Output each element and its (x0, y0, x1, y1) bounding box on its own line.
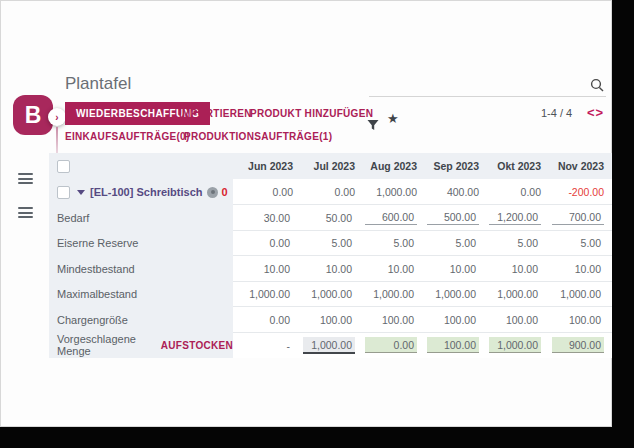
cell-value: 5.00 (301, 231, 363, 257)
column-header-nov[interactable]: Nov 2023 (549, 153, 612, 179)
product-link[interactable]: [EL-100] Schreibtisch (90, 186, 202, 198)
row-checkbox[interactable] (57, 186, 70, 199)
cell-value: 50.00 (301, 205, 363, 231)
group-value: 0.00 (487, 179, 549, 205)
favorites-star-icon[interactable]: ★ (387, 111, 399, 126)
suggested-qty-input[interactable]: 900.00 (549, 333, 612, 359)
demand-input[interactable]: 700.00 (549, 205, 612, 231)
search-bar (369, 75, 606, 97)
row-label: Maximalbestand (57, 288, 137, 300)
select-all-checkbox[interactable] (57, 160, 70, 173)
row-label: Mindestbestand (57, 263, 135, 275)
cell-value: 5.00 (425, 231, 487, 257)
cell-value: 1,000.00 (233, 282, 301, 308)
cell-value: 0.00 (233, 231, 301, 257)
cell-value: 5.00 (363, 231, 425, 257)
cell-value: 5.00 (549, 231, 612, 257)
column-header-sep[interactable]: Sep 2023 (425, 153, 487, 179)
cell-value: 100.00 (301, 307, 363, 333)
add-product-button[interactable]: PRODUKT HINZUFÜGEN (250, 108, 373, 119)
cell-value: 100.00 (425, 307, 487, 333)
cell-value: 5.00 (487, 231, 549, 257)
group-row-label-cell: [EL-100] Schreibtisch 0 (49, 179, 233, 205)
group-value: 0.00 (301, 179, 363, 205)
group-value-negative: -200.00 (549, 179, 612, 205)
cell-value: - (233, 333, 301, 359)
cell-value: 10.00 (233, 256, 301, 282)
row-label: Eiserne Reserve (57, 237, 138, 249)
cell-value: 100.00 (487, 307, 549, 333)
drag-handle-icon[interactable] (18, 173, 33, 184)
cell-value: 10.00 (425, 256, 487, 282)
cell-value: 100.00 (549, 307, 612, 333)
select-all-cell (49, 153, 233, 179)
drag-handle-icon[interactable] (18, 207, 33, 218)
demand-input[interactable]: 600.00 (363, 205, 425, 231)
filter-funnel-icon[interactable] (367, 117, 379, 135)
app-window: B › Plantafel WIEDERBESCHAFFUNG IMPORTIE… (0, 0, 612, 427)
pager-arrows: <> (587, 105, 604, 120)
group-value: 400.00 (425, 179, 487, 205)
cell-value: 1,000.00 (363, 282, 425, 308)
cell-value: 10.00 (487, 256, 549, 282)
suggested-qty-input[interactable]: 0.00 (363, 333, 425, 359)
cell-value: 10.00 (363, 256, 425, 282)
cell-value: 100.00 (363, 307, 425, 333)
column-header-jul[interactable]: Jul 2023 (301, 153, 363, 179)
page-title: Plantafel (65, 74, 131, 94)
suggested-qty-input[interactable]: 100.00 (425, 333, 487, 359)
row-label: Bedarf (57, 212, 89, 224)
expand-chevron-button[interactable]: › (48, 108, 66, 126)
column-header-okt[interactable]: Okt 2023 (487, 153, 549, 179)
suggested-qty-input[interactable]: 1,000.00 (487, 333, 549, 359)
suggested-qty-input[interactable]: 1,000.00 (301, 333, 363, 359)
cell-value: 1,000.00 (549, 282, 612, 308)
cell-value: 30.00 (233, 205, 301, 231)
row-label: Vorgeschlagene Menge (57, 333, 152, 357)
alert-count-badge: 0 (221, 186, 227, 198)
search-icon[interactable] (590, 78, 604, 96)
import-button[interactable]: IMPORTIEREN (179, 108, 252, 119)
pager-range: 1-4 / 4 (541, 107, 572, 119)
demand-input[interactable]: 500.00 (425, 205, 487, 231)
cell-value: 1,000.00 (487, 282, 549, 308)
mps-table: Jun 2023 Jul 2023 Aug 2023 Sep 2023 Okt … (49, 153, 612, 358)
column-header-jun[interactable]: Jun 2023 (233, 153, 301, 179)
demand-input[interactable]: 1,200.00 (487, 205, 549, 231)
gear-icon[interactable] (207, 187, 218, 198)
pager-prev-button[interactable]: < (587, 105, 596, 120)
group-value: 0.00 (233, 179, 301, 205)
cell-value: 10.00 (549, 256, 612, 282)
purchase-orders-button[interactable]: EINKAUFSAUFTRÄGE(0) (65, 131, 190, 142)
row-label: Chargengröße (57, 314, 128, 326)
cell-value: 0.00 (233, 307, 301, 333)
manufacturing-orders-button[interactable]: PRODUKTIONSAUFTRÄGE(1) (184, 131, 332, 142)
cell-value: 1,000.00 (425, 282, 487, 308)
search-input[interactable] (369, 75, 584, 95)
cell-value: 1,000.00 (301, 282, 363, 308)
replenish-row-button[interactable]: AUFSTOCKEN (161, 340, 233, 351)
app-logo[interactable]: B (13, 95, 53, 135)
chevron-down-icon[interactable] (77, 190, 85, 195)
cell-value: 10.00 (301, 256, 363, 282)
group-value: 1,000.00 (363, 179, 425, 205)
column-header-aug[interactable]: Aug 2023 (363, 153, 425, 179)
pager-next-button[interactable]: > (596, 105, 605, 120)
